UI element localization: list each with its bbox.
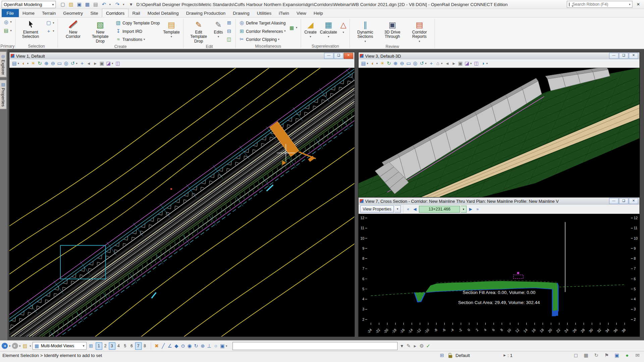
fence-mode-icon[interactable]: ▦	[583, 353, 590, 358]
selection-extra-tool-1[interactable]: ▢▾	[45, 19, 55, 26]
view-redo-button[interactable]: ▸	[12, 343, 18, 349]
edit-extra-tool-3[interactable]: ◫	[225, 36, 233, 43]
new-file-icon[interactable]: ▢	[60, 2, 66, 7]
view7-minimize-button[interactable]: —	[609, 198, 619, 204]
last-station-button[interactable]: »	[475, 207, 480, 211]
update-view-icon[interactable]: ↻	[37, 61, 43, 66]
edit-keyin-icon[interactable]: ✎	[405, 343, 412, 349]
dgn-work-mode-icon[interactable]: ▣	[613, 353, 620, 358]
save-settings-icon[interactable]: ▦	[85, 2, 90, 7]
view3-restore-button[interactable]: ❏	[619, 53, 628, 59]
undo-dropdown-icon[interactable]: ▾	[109, 3, 112, 6]
superelevation-calculate-button[interactable]: ▦ Calculate ▾	[319, 18, 338, 39]
miscellaneous-extra-tool[interactable]: ▦ ▾	[288, 24, 299, 32]
origin-snap-icon[interactable]: ◉	[186, 343, 193, 349]
plan-view-canvas[interactable]	[9, 68, 355, 337]
view-attributes-dropdown-icon[interactable]: ▾	[18, 62, 21, 65]
edits-button[interactable]: ✎ Edits ▾	[213, 18, 224, 39]
intersection-snap-icon[interactable]: ⊗	[200, 343, 206, 349]
view-display-style-dropdown-icon[interactable]: ▾	[27, 62, 30, 65]
view-previous-icon[interactable]: ◂	[86, 61, 92, 66]
open-file-icon[interactable]: ▨	[68, 2, 74, 7]
view3-close-button[interactable]: ✕	[629, 53, 638, 59]
copy-view-icon[interactable]: ▣	[99, 61, 105, 66]
corridor-clipping-button[interactable]: ✂ Corridor Clipping ▾	[238, 36, 287, 43]
workflow-selector[interactable]: OpenRail Modeling ▾	[2, 1, 56, 8]
redo-icon[interactable]: ↷	[115, 2, 120, 7]
view-toggle-8[interactable]: 8	[142, 342, 148, 350]
midpoint-snap-icon[interactable]: ◆	[173, 343, 180, 349]
superelevation-create-button[interactable]: ◢ Create ▾	[303, 18, 318, 39]
fit-view-icon[interactable]: ◎	[63, 61, 69, 66]
pan-view-icon[interactable]: +	[428, 61, 435, 66]
define-target-aliasing-button[interactable]: ◎ Define Target Aliasing	[238, 19, 287, 26]
edit-template-drop-button[interactable]: ✎ Edit Template Drop	[185, 18, 212, 44]
ribbon-tab-site[interactable]: Site	[87, 9, 102, 17]
accudraw-toggle-icon[interactable]: ✖	[153, 343, 160, 349]
panel-tab-explorer[interactable]: ◎ Explorer	[0, 52, 7, 77]
keyin-history-icon[interactable]: ▾	[398, 343, 405, 349]
view-attributes-icon[interactable]: ▤	[11, 61, 18, 66]
nearest-snap-icon[interactable]: ╱	[160, 343, 167, 349]
fit-view-icon[interactable]: ◎	[412, 61, 419, 66]
copy-template-drop-button[interactable]: ▧ Copy Template Drop	[114, 19, 161, 26]
view-previous-icon[interactable]: ◂	[444, 61, 451, 66]
view1-close-button[interactable]: ✕	[344, 53, 353, 59]
corridor-reports-button[interactable]: ▤ Corridor Reports ▾	[406, 18, 432, 44]
view7-close-button[interactable]: ✕	[629, 198, 638, 204]
superelevation-editor-button[interactable]: △ ▾	[339, 18, 347, 35]
view-toggle-7[interactable]: 7	[135, 342, 142, 350]
pan-view-icon[interactable]: +	[79, 61, 86, 66]
view3-minimize-button[interactable]: —	[609, 53, 619, 59]
corridor-references-button[interactable]: ⊞ Corridor References ▾	[238, 27, 287, 35]
update-view-icon[interactable]: ↻	[386, 61, 392, 66]
view-next-icon[interactable]: ▸	[92, 61, 99, 66]
view-toggle-6[interactable]: 6	[128, 342, 135, 350]
view-toggle-5[interactable]: 5	[122, 342, 128, 350]
ribbon-tab-file[interactable]: File	[2, 9, 19, 17]
flag-icon[interactable]: ⚑	[603, 353, 610, 358]
element-selection-button[interactable]: Element Selection	[17, 18, 44, 39]
copy-view-icon[interactable]: ▣	[457, 61, 464, 66]
window-area-icon[interactable]: ▭	[406, 61, 412, 66]
ribbon-tab-drawing[interactable]: Drawing	[229, 9, 253, 17]
view-display-style-icon[interactable]: ◐	[20, 61, 27, 66]
ribbon-tab-help[interactable]: Help	[310, 9, 327, 17]
refresh-status-icon[interactable]: ↻	[593, 353, 600, 358]
zoom-in-icon[interactable]: ⊕	[43, 61, 50, 66]
view3-title-bar[interactable]: View 3, Default-3D — ❏ ✕	[359, 52, 640, 59]
explorer-button[interactable]: ◎▾	[2, 18, 13, 26]
active-model-icon[interactable]: ⊞	[439, 353, 445, 358]
next-station-button[interactable]: ▶	[468, 207, 474, 211]
ribbon-tab-itwin[interactable]: iTwin	[275, 9, 293, 17]
view-next-icon[interactable]: ▸	[450, 61, 457, 66]
view-properties-caret-icon[interactable]: ▾	[395, 205, 401, 213]
edit-extra-tool-2[interactable]: ⊟	[225, 27, 233, 35]
display-mode-icon[interactable]: ◑	[480, 61, 486, 66]
keyin-settings-icon[interactable]: ⚙	[418, 343, 425, 349]
view-groups-icon[interactable]: ▨	[22, 343, 29, 349]
view7-restore-button[interactable]: ❏	[619, 198, 628, 204]
view1-title-bar[interactable]: View 1, Default — ❏ ✕	[9, 52, 355, 59]
lock-icon[interactable]	[448, 355, 452, 358]
center-snap-icon[interactable]: ⊙	[180, 343, 186, 349]
selection-extra-tool-2[interactable]: +▾	[45, 27, 55, 35]
close-button[interactable]: ✕	[633, 1, 643, 8]
import-ird-button[interactable]: ↧ Import IRD	[114, 27, 161, 35]
display-mode-dropdown-icon[interactable]: ▾	[486, 62, 489, 65]
ribbon-tab-utilities[interactable]: Utilities	[253, 9, 275, 17]
rotate-snap-icon[interactable]: ↻	[193, 343, 200, 349]
rotate-view-dropdown-icon[interactable]: ▾	[425, 62, 428, 65]
drive-through-button[interactable]: ▣ 3D Drive Through	[379, 18, 406, 39]
adjust-view-brightness-icon[interactable]: ☀	[30, 61, 37, 66]
perpendicular-snap-icon[interactable]: ⊥	[206, 343, 213, 349]
new-template-drop-button[interactable]: ▧ New Template Drop	[87, 18, 113, 44]
clip-volume-icon[interactable]: ◪	[105, 61, 112, 66]
zoom-out-icon[interactable]: ⊖	[399, 61, 406, 66]
walk-camera-dropdown-icon[interactable]: ▾	[441, 62, 444, 65]
view-toggle-2[interactable]: 2	[102, 342, 109, 350]
ribbon-tab-terrain[interactable]: Terrain	[38, 9, 59, 17]
snap-mode-dropdown-icon[interactable]: ▾	[226, 344, 229, 348]
snap-mode-icon[interactable]: ▣	[219, 343, 226, 349]
more-tools-icon[interactable]: ▾	[128, 2, 134, 7]
